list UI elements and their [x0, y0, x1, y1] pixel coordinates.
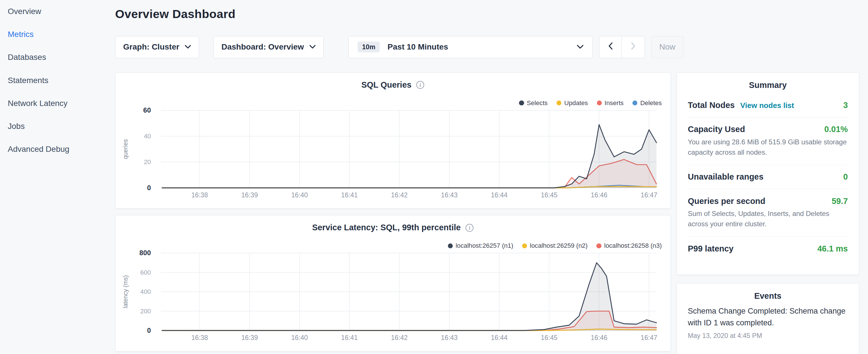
legend-dot-icon — [522, 244, 527, 248]
summary-row-capacity-used: Capacity Used0.01%You are using 28.6 MiB… — [688, 117, 848, 165]
next-time-window-button[interactable] — [622, 36, 645, 58]
dashboard-selector-dropdown[interactable]: Dashboard: Overview — [214, 36, 323, 58]
chevron-left-icon — [608, 42, 613, 52]
legend-label: localhost:26259 (n2) — [530, 242, 587, 250]
toolbar: Graph: Cluster Dashboard: Overview 10m P… — [115, 36, 683, 58]
svg-text:latency (ms): latency (ms) — [122, 275, 129, 309]
chart-title: SQL Queries — [361, 80, 411, 90]
events-card: Events Schema Change Completed: Schema c… — [677, 283, 859, 354]
graph-selector-label: Graph: Cluster — [123, 42, 179, 52]
svg-text:16:38: 16:38 — [191, 334, 208, 342]
summary-row-unavailable-ranges: Unavailable ranges0 — [688, 165, 848, 189]
sidebar-item-overview[interactable]: Overview — [0, 0, 108, 23]
sidebar-item-network-latency[interactable]: Network Latency — [0, 92, 108, 115]
metrics-overview-page: OverviewMetricsDatabasesStatementsNetwor… — [0, 0, 868, 354]
info-icon[interactable]: i — [416, 81, 425, 89]
dashboard-selector-label: Dashboard: Overview — [221, 42, 304, 52]
svg-text:0: 0 — [147, 326, 151, 334]
summary-value: 0 — [843, 172, 848, 182]
summary-title: Summary — [688, 79, 848, 90]
svg-text:400: 400 — [140, 288, 151, 296]
service-latency-plot[interactable]: 020040060080016:3816:3916:4016:4116:4216… — [116, 249, 672, 347]
summary-label: Total Nodes — [688, 100, 735, 110]
svg-text:16:47: 16:47 — [641, 191, 657, 199]
time-range-dropdown[interactable]: 10m Past 10 Minutes — [348, 36, 593, 58]
summary-value: 46.1 ms — [817, 244, 848, 254]
legend-label: Selects — [527, 99, 548, 107]
legend-label: Updates — [564, 99, 588, 107]
svg-text:queries: queries — [122, 139, 129, 159]
sql-queries-plot[interactable]: 020406016:3816:3916:4016:4116:4216:4316:… — [116, 106, 672, 204]
summary-value: 3 — [843, 100, 848, 110]
summary-value: 0.01% — [824, 125, 848, 134]
summary-label: Queries per second — [688, 196, 765, 206]
legend-item-localhost-26257-n1[interactable]: localhost:26257 (n1) — [448, 242, 513, 250]
sql-queries-chart-card: SQL Queries i SelectsUpdatesInsertsDelet… — [115, 72, 671, 208]
time-range-label: Past 10 Minutes — [388, 42, 448, 52]
svg-text:16:44: 16:44 — [491, 191, 507, 199]
time-range-badge: 10m — [358, 41, 380, 53]
legend-label: localhost:26258 (n3) — [604, 242, 662, 250]
svg-text:i: i — [469, 225, 470, 231]
chart-title: Service Latency: SQL, 99th percentile — [312, 223, 461, 232]
chart-legend: localhost:26257 (n1)localhost:26259 (n2)… — [439, 242, 662, 250]
page-title: Overview Dashboard — [115, 7, 236, 21]
legend-label: Inserts — [604, 99, 624, 107]
svg-text:600: 600 — [140, 269, 151, 276]
summary-rows: Total NodesView nodes list3Capacity Used… — [688, 93, 848, 261]
info-icon[interactable]: i — [465, 223, 474, 232]
sidebar-item-jobs[interactable]: Jobs — [0, 115, 108, 138]
svg-text:i: i — [420, 82, 421, 88]
summary-label: P99 latency — [688, 244, 733, 254]
events-list: Schema Change Completed: Schema change w… — [688, 305, 848, 340]
svg-text:40: 40 — [144, 133, 151, 140]
svg-text:16:40: 16:40 — [291, 334, 308, 342]
svg-text:200: 200 — [140, 308, 151, 315]
svg-text:60: 60 — [143, 106, 151, 114]
svg-text:16:39: 16:39 — [241, 191, 258, 199]
sidebar-item-databases[interactable]: Databases — [0, 46, 108, 69]
legend-item-localhost-26258-n3[interactable]: localhost:26258 (n3) — [596, 242, 662, 250]
sidebar-item-advanced-debug[interactable]: Advanced Debug — [0, 138, 108, 161]
chart-legend: SelectsUpdatesInsertsDeletes — [510, 99, 662, 107]
svg-text:16:47: 16:47 — [641, 334, 657, 342]
sidebar-item-statements[interactable]: Statements — [0, 69, 108, 92]
view-nodes-list-link[interactable]: View nodes list — [740, 101, 794, 110]
summary-card: Summary Total NodesView nodes list3Capac… — [677, 72, 859, 275]
time-pager — [599, 36, 645, 58]
legend-item-updates[interactable]: Updates — [557, 99, 588, 107]
summary-row-queries-per-second: Queries per second59.7Sum of Selects, Up… — [688, 189, 848, 236]
svg-text:16:43: 16:43 — [441, 191, 458, 199]
chevron-down-icon — [185, 45, 191, 49]
summary-description: Sum of Selects, Updates, Inserts, and De… — [688, 208, 848, 229]
sidebar-item-metrics[interactable]: Metrics — [0, 23, 108, 46]
svg-text:16:42: 16:42 — [391, 191, 407, 199]
legend-item-localhost-26259-n2[interactable]: localhost:26259 (n2) — [522, 242, 587, 250]
summary-row-total-nodes: Total NodesView nodes list3 — [688, 93, 848, 117]
legend-dot-icon — [597, 100, 602, 105]
summary-value: 59.7 — [832, 196, 848, 206]
svg-text:16:41: 16:41 — [341, 191, 358, 199]
legend-item-inserts[interactable]: Inserts — [597, 99, 624, 107]
series-area-localhost-26257-n1 — [162, 263, 656, 331]
legend-label: Deletes — [640, 99, 662, 107]
legend-dot-icon — [632, 100, 637, 105]
svg-text:16:46: 16:46 — [591, 334, 607, 342]
previous-time-window-button[interactable] — [599, 36, 622, 58]
sidebar-nav: OverviewMetricsDatabasesStatementsNetwor… — [0, 0, 108, 161]
now-button[interactable]: Now — [651, 36, 683, 58]
chevron-down-icon — [309, 45, 315, 49]
svg-text:16:46: 16:46 — [591, 191, 607, 199]
svg-text:800: 800 — [139, 249, 151, 257]
chevron-down-icon — [577, 45, 584, 49]
summary-label: Capacity Used — [688, 125, 745, 134]
legend-label: localhost:26257 (n1) — [456, 242, 513, 250]
svg-text:16:42: 16:42 — [391, 334, 407, 342]
legend-dot-icon — [557, 100, 561, 105]
svg-text:16:40: 16:40 — [291, 191, 308, 199]
legend-item-deletes[interactable]: Deletes — [632, 99, 662, 107]
svg-text:16:44: 16:44 — [491, 334, 507, 342]
svg-text:16:45: 16:45 — [541, 191, 557, 199]
legend-item-selects[interactable]: Selects — [519, 99, 548, 107]
graph-selector-dropdown[interactable]: Graph: Cluster — [115, 36, 199, 58]
